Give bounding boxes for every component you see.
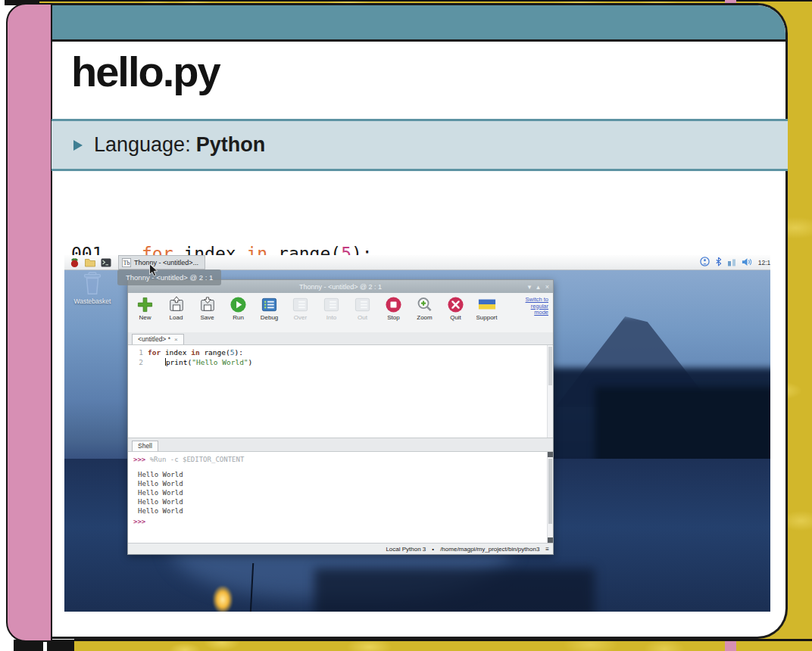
wallpaper-lamp-glow [213,586,233,612]
taskbar-thonny-button[interactable]: Tb Thonny - <untitled>... [118,255,205,269]
toolbar-label: Zoom [417,314,432,321]
switch-mode-line: mode [526,310,548,316]
gutter-line-number: 2 [128,358,148,368]
toolbar-label: Support [476,314,497,321]
taskbar-clock[interactable]: 12:12 [758,259,770,266]
keyword: in [191,348,199,357]
wastebasket-desktop-icon[interactable]: Wastebasket [70,272,114,305]
interpreter-label[interactable]: Local Python 3 [386,546,426,553]
toolbar-label: Save [200,314,214,321]
thonny-window: Thonny - <untitled> @ 2 : 1 ▾ ▴ × New Lo… [127,279,554,555]
toolbar-label: Quit [450,314,461,321]
desktop-screenshot: Wastebasket Tb Thonny - <untitled>... [64,255,770,612]
toolbar-button-new[interactable]: New [130,295,161,321]
shell-command: %Run -c $EDITOR_CONTENT [145,456,244,463]
editor-tabbar: <untitled> * × [128,332,553,345]
quit-icon [447,295,465,313]
gutter-line-number: 1 [128,348,148,358]
separator-dot: • [432,546,434,553]
shell-prompt: >>> [133,456,145,463]
minimize-button[interactable]: ▾ [528,283,532,291]
scrollbar-thumb[interactable] [548,459,552,524]
string-literal: "Hello World" [192,358,248,366]
editor-scrollbar[interactable] [547,345,553,438]
menu-icon[interactable]: ≡ [545,546,549,553]
toolbar-label: Out [358,314,367,321]
toolbar-button-run[interactable]: Run [223,295,254,321]
language-text: Language:Python [94,133,265,157]
pink-left-band [6,3,52,642]
run-icon [230,295,248,313]
toolbar-label: Run [233,314,244,321]
into-icon [323,295,341,313]
save-icon [198,295,217,313]
code-text: ) [248,358,253,366]
updates-icon[interactable] [700,256,710,269]
chevron-right-icon [73,139,83,152]
shell-scrollbar[interactable] [547,452,553,543]
switch-mode-link[interactable]: Switch to regular mode [526,295,548,316]
code-text: print( [166,358,192,366]
mouse-cursor [149,263,158,280]
toolbar-button-support[interactable]: Support [471,295,502,321]
shell-output-line: Hello World [133,506,553,516]
file-manager-icon[interactable] [85,258,95,267]
toolbar-button-stop[interactable]: Stop [378,295,409,321]
toolbar-button-into: Into [316,295,347,321]
toolbar-button-load[interactable]: Load [161,295,192,321]
wallpaper-reflection [314,568,595,612]
shell-output-line: Hello World [133,470,553,479]
magazine-page: hello.py Language:Python 001.for index i… [0,0,812,651]
editor-tab-untitled[interactable]: <untitled> * × [132,334,184,344]
shell-tab-label: Shell [138,442,152,450]
language-label: Language: [94,133,191,156]
load-icon [167,295,186,313]
code-text: index [161,348,191,357]
shell-tab[interactable]: Shell [132,441,158,451]
new-icon [136,295,155,313]
svg-text:Tb: Tb [123,260,130,266]
scrollbar-thumb[interactable] [548,347,552,385]
toolbar-button-quit[interactable]: Quit [440,295,471,321]
taskbar-tooltip: Thonny - <untitled> @ 2 : 1 [117,269,221,285]
toolbar-label: Stop [387,314,399,321]
toolbar-label: Into [326,314,336,321]
maximize-button[interactable]: ▴ [536,283,540,291]
interpreter-path[interactable]: /home/magpi/my_project/bin/python3 [440,546,539,553]
zoom-icon [416,295,434,313]
network-icon[interactable] [727,256,736,269]
editor-line-2: 2 print("Hello World") [128,358,553,368]
shell-command-line: >>> %Run -c $EDITOR_CONTENT [133,455,553,464]
toolbar-label: Debug [261,314,279,321]
raspberry-menu-icon[interactable] [70,257,80,268]
code-editor[interactable]: 1for index in range(5): 2 print("Hello W… [128,345,553,438]
support-flag-icon [478,295,496,313]
toolbar-button-out: Out [347,295,378,321]
language-bar: Language:Python [52,119,788,171]
out-icon [354,295,372,313]
toolbar-label: New [139,314,151,321]
taskbar-thonny-label: Thonny - <untitled>... [134,259,198,266]
indent [148,358,165,366]
toolbar-button-zoom[interactable]: Zoom [409,295,440,321]
scroll-down-arrow[interactable] [548,537,553,543]
scroll-up-arrow[interactable] [548,452,553,457]
close-button[interactable]: × [545,283,549,291]
bottom-yellow-strip [74,639,812,651]
volume-icon[interactable] [742,256,753,269]
debug-icon [261,295,279,313]
toolbar-label: Over [294,314,307,321]
pink-tab-bottom [725,641,736,651]
status-bar: Local Python 3 • /home/magpi/my_project/… [128,543,553,554]
tab-close-icon[interactable]: × [174,336,178,343]
shell-output-line: Hello World [133,497,553,506]
shell-panel[interactable]: >>> %Run -c $EDITOR_CONTENT Hello World … [128,452,553,543]
page-title: hello.py [71,47,220,96]
teal-header-bar [49,5,785,42]
toolbar-button-save[interactable]: Save [192,295,223,321]
editor-tab-label: <untitled> * [138,335,170,343]
toolbar-button-over: Over [285,295,316,321]
terminal-icon[interactable] [101,258,111,267]
bluetooth-icon[interactable] [715,256,722,269]
toolbar-button-debug[interactable]: Debug [254,295,285,321]
